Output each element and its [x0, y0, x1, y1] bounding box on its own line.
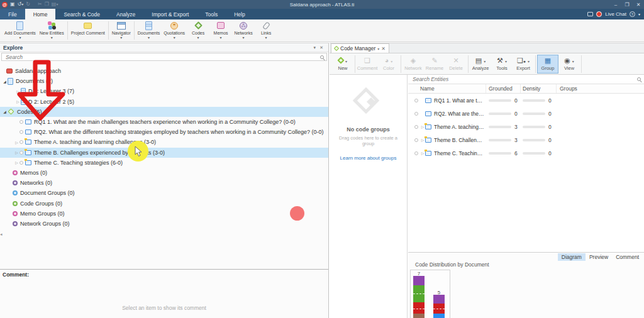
- new-button[interactable]: ▾ New: [332, 55, 353, 74]
- pane-collapse-handle[interactable]: ◂: [0, 232, 3, 237]
- window-controls: – ❐ ✕: [610, 2, 644, 8]
- tree-item-doc2[interactable]: ▷ D 2: Lecturer 2 (5): [0, 97, 328, 107]
- expand-arrow-icon[interactable]: ▷: [15, 89, 21, 94]
- select-radio[interactable]: [414, 99, 418, 102]
- expand-arrow-icon[interactable]: ▷: [420, 124, 425, 129]
- collapse-arrow-icon[interactable]: ◢: [2, 109, 8, 114]
- select-radio[interactable]: [19, 161, 23, 165]
- tree-item-document-groups[interactable]: Document Groups (0): [0, 188, 328, 198]
- help-icon[interactable]: ?: [630, 11, 635, 17]
- explore-tree: Saldana approach ◢ Documents (2) ▷ D 1: …: [0, 64, 328, 269]
- tab-home[interactable]: Home: [25, 9, 56, 19]
- memos-button[interactable]: Memos ▾: [209, 19, 232, 41]
- diagram-tab-bar: Diagram Preview Comment: [558, 253, 643, 261]
- add-documents-button[interactable]: Add Documents ▾: [3, 19, 38, 41]
- table-row-rq2[interactable]: RQ2. What are the differen... 0 0: [408, 107, 644, 120]
- analyze-button[interactable]: ▤ ▾ Analyze: [470, 55, 491, 74]
- links-button[interactable]: Links ▾: [255, 19, 277, 41]
- comment-button: ❏ Comment: [357, 55, 378, 74]
- table-row-theme-a[interactable]: ▷Theme A. teaching and lea... 3 0: [408, 120, 644, 133]
- expand-arrow-icon[interactable]: ▷: [14, 150, 19, 155]
- feedback-icon[interactable]: [587, 12, 593, 16]
- select-radio[interactable]: [19, 151, 23, 155]
- codes-button[interactable]: Codes ▾: [187, 19, 209, 41]
- code-manager-tab[interactable]: Code Manager ▾ ✕: [331, 43, 389, 53]
- select-radio[interactable]: [414, 125, 418, 129]
- column-name[interactable]: Name: [408, 84, 486, 93]
- tree-item-theme-b[interactable]: ▷ Theme B. Challenges experienced by stu…: [0, 148, 328, 158]
- select-radio[interactable]: [19, 140, 23, 144]
- export-button[interactable]: ❏● ▾ Export: [513, 55, 534, 74]
- select-radio[interactable]: [414, 151, 418, 155]
- pane-menu-icon[interactable]: ▾: [312, 45, 318, 50]
- undo-icon[interactable]: ↺▾: [18, 1, 24, 8]
- tab-file[interactable]: File: [0, 9, 25, 19]
- tree-item-project[interactable]: Saldana approach: [0, 66, 328, 76]
- column-grounded[interactable]: Grounded: [486, 84, 521, 93]
- tab-preview[interactable]: Preview: [586, 253, 612, 261]
- code-theme-icon: [25, 150, 31, 155]
- networks-button[interactable]: ⁂ Networks ▾: [232, 19, 255, 41]
- table-row-theme-b[interactable]: ▷Theme B. Challenges expe... 3 0: [408, 133, 644, 146]
- minimize-button[interactable]: –: [610, 2, 621, 8]
- tree-item-memos[interactable]: Memos (0): [0, 168, 328, 178]
- tree-item-theme-a[interactable]: ▷ Theme A. teaching and learning challen…: [0, 137, 328, 147]
- tree-item-theme-c[interactable]: ▷ Theme C. Teaching strategies (6-0): [0, 158, 328, 168]
- tree-item-documents[interactable]: ◢ Documents (2): [0, 76, 328, 86]
- memo-groups-icon: [13, 211, 18, 216]
- tree-item-code-groups[interactable]: Code Groups (0): [0, 198, 328, 208]
- select-radio[interactable]: [19, 120, 23, 124]
- tab-tools[interactable]: Tools: [197, 9, 226, 19]
- expand-arrow-icon[interactable]: ▷: [15, 99, 21, 104]
- live-chat-button[interactable]: Live Chat: [605, 11, 626, 17]
- chevron-down-icon[interactable]: ▾: [638, 12, 640, 16]
- expand-arrow-icon[interactable]: ▷: [14, 160, 19, 165]
- atlasti-logo-icon[interactable]: @: [2, 2, 8, 8]
- entity-search-input[interactable]: [411, 75, 637, 83]
- save-icon[interactable]: ▣: [10, 1, 15, 8]
- navigator-button[interactable]: Navigator ▾: [110, 19, 133, 41]
- new-entities-button[interactable]: New Entities ▾: [38, 19, 66, 41]
- restore-button[interactable]: ❐: [621, 2, 633, 8]
- table-row-theme-c[interactable]: ▷Theme C. Teaching strateg... 6 0: [408, 146, 644, 160]
- column-density[interactable]: Density: [521, 84, 557, 93]
- project-comment-button[interactable]: Project Comment: [69, 19, 107, 41]
- expand-arrow-icon[interactable]: ▷: [420, 151, 425, 155]
- select-radio[interactable]: [19, 130, 23, 134]
- table-row-rq1[interactable]: RQ1 1. What are the main... 0 0: [408, 94, 644, 107]
- tree-item-rq2[interactable]: RQ2. What are the different teaching str…: [0, 127, 328, 137]
- tree-item-memo-groups[interactable]: Memo Groups (0): [0, 209, 328, 219]
- group-button[interactable]: ▦ Group: [537, 55, 558, 74]
- tab-close-icon[interactable]: ✕: [381, 46, 386, 52]
- diagram-panel: Diagram Preview Comment Code Distributio…: [408, 252, 644, 318]
- tab-import-export[interactable]: Import & Export: [143, 9, 197, 19]
- documents-button[interactable]: Documents ▾: [136, 19, 162, 41]
- tree-item-networks[interactable]: Networks (0): [0, 178, 328, 188]
- view-button[interactable]: ◉ ▾ View: [558, 55, 580, 74]
- learn-more-link[interactable]: Learn more about groups: [340, 155, 397, 161]
- pane-close-icon[interactable]: ✕: [318, 45, 325, 50]
- tree-item-codes[interactable]: ◢ Codes (5): [0, 107, 328, 117]
- tree-item-rq1[interactable]: RQ1 1. What are the main challenges teac…: [0, 117, 328, 127]
- column-groups[interactable]: Groups: [557, 84, 644, 93]
- expand-arrow-icon[interactable]: ▷: [420, 138, 425, 142]
- explore-search-input[interactable]: [4, 53, 320, 61]
- tree-item-network-groups[interactable]: Network Groups (0): [0, 219, 328, 229]
- tree-item-doc1[interactable]: ▷ D 1: Lecturer 3 (7): [0, 86, 328, 96]
- quotations-button[interactable]: ❞ Quotations ▾: [162, 19, 187, 41]
- tab-menu-icon[interactable]: ▾: [377, 47, 379, 51]
- ribbon-separator: [67, 21, 68, 40]
- select-radio[interactable]: [414, 138, 418, 142]
- navigator-icon: [117, 21, 126, 30]
- tab-search-and-code[interactable]: Search & Code: [55, 9, 108, 19]
- tab-analyze[interactable]: Analyze: [108, 9, 143, 19]
- expand-arrow-icon[interactable]: ▷: [14, 140, 19, 145]
- tab-diagram[interactable]: Diagram: [558, 253, 586, 261]
- tab-help[interactable]: Help: [226, 9, 253, 19]
- tools-button[interactable]: ⚒ ▾ Tools: [491, 55, 513, 74]
- select-radio[interactable]: [414, 112, 418, 116]
- close-button[interactable]: ✕: [633, 2, 644, 8]
- search-icon: [320, 55, 324, 59]
- collapse-arrow-icon[interactable]: ◢: [2, 79, 8, 84]
- tab-comment[interactable]: Comment: [612, 253, 643, 261]
